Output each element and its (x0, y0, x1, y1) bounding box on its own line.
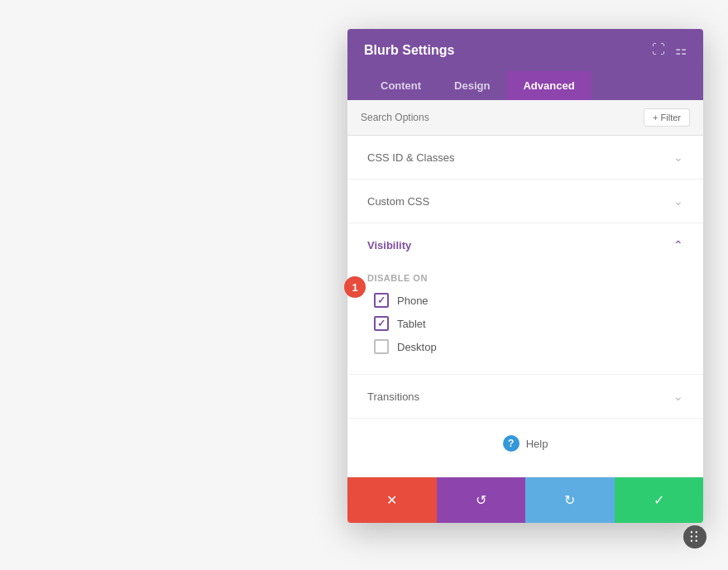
chevron-down-icon: ⌄ (673, 390, 683, 403)
section-css-id-classes: CSS ID & Classes ⌄ (347, 136, 703, 180)
modal-tabs: Content Design Advanced (347, 71, 703, 100)
tablet-checkbox[interactable] (374, 316, 389, 331)
section-custom-css: Custom CSS ⌄ (347, 180, 703, 223)
modal-footer: ✕ ↺ ↻ ✓ (347, 477, 703, 523)
reset-button[interactable]: ↺ (437, 477, 526, 523)
section-transitions-header[interactable]: Transitions ⌄ (347, 375, 703, 418)
section-visibility: Visibility ⌃ Disable on Phone Tablet (347, 223, 703, 375)
chevron-up-icon: ⌃ (673, 238, 683, 251)
checkbox-group: Phone Tablet Desktop (367, 293, 683, 354)
chevron-down-icon: ⌄ (673, 151, 683, 164)
save-button[interactable]: ✓ (615, 477, 704, 523)
list-item: Desktop (374, 339, 683, 354)
blurb-settings-modal: Blurb Settings ⛶ ⚏ Content Design Advanc… (347, 29, 703, 523)
visibility-content: Disable on Phone Tablet Desktop (347, 266, 703, 374)
restore-button[interactable]: ↻ (525, 477, 615, 523)
help-text: Help (526, 438, 548, 450)
desktop-checkbox[interactable] (374, 339, 389, 354)
section-css-header[interactable]: CSS ID & Classes ⌄ (347, 136, 703, 179)
disable-on-label: Disable on (367, 273, 683, 283)
search-bar: + Filter (347, 100, 703, 136)
chevron-down-icon: ⌄ (673, 194, 683, 208)
tab-content[interactable]: Content (364, 71, 438, 100)
tablet-label: Tablet (397, 318, 426, 330)
desktop-label: Desktop (397, 341, 437, 353)
cancel-button[interactable]: ✕ (347, 477, 437, 523)
fullscreen-icon[interactable]: ⛶ (652, 42, 665, 58)
modal-title: Blurb Settings (364, 43, 454, 58)
columns-icon[interactable]: ⚏ (675, 42, 687, 58)
filter-button[interactable]: + Filter (644, 108, 690, 127)
tab-advanced[interactable]: Advanced (506, 71, 591, 100)
drag-handle[interactable] (683, 525, 706, 548)
modal-header: Blurb Settings ⛶ ⚏ (347, 29, 703, 71)
phone-label: Phone (397, 295, 429, 307)
section-custom-css-title: Custom CSS (367, 195, 429, 208)
section-custom-css-header[interactable]: Custom CSS ⌄ (347, 180, 703, 223)
modal-header-icons: ⛶ ⚏ (652, 42, 687, 58)
step-badge: 1 (344, 276, 366, 298)
tab-design[interactable]: Design (438, 71, 506, 100)
help-section: ? Help (347, 419, 703, 477)
section-visibility-header[interactable]: Visibility ⌃ (347, 223, 703, 266)
modal-content: CSS ID & Classes ⌄ Custom CSS ⌄ Visibili… (347, 136, 703, 477)
list-item: Tablet (374, 316, 683, 331)
section-transitions-title: Transitions (367, 390, 419, 403)
section-css-title: CSS ID & Classes (367, 151, 454, 164)
search-input[interactable] (361, 112, 644, 123)
section-transitions: Transitions ⌄ (347, 375, 703, 419)
phone-checkbox[interactable] (374, 293, 389, 308)
list-item: Phone (374, 293, 683, 308)
drag-icon (689, 531, 701, 543)
help-icon[interactable]: ? (503, 435, 520, 452)
section-visibility-title: Visibility (367, 239, 411, 251)
